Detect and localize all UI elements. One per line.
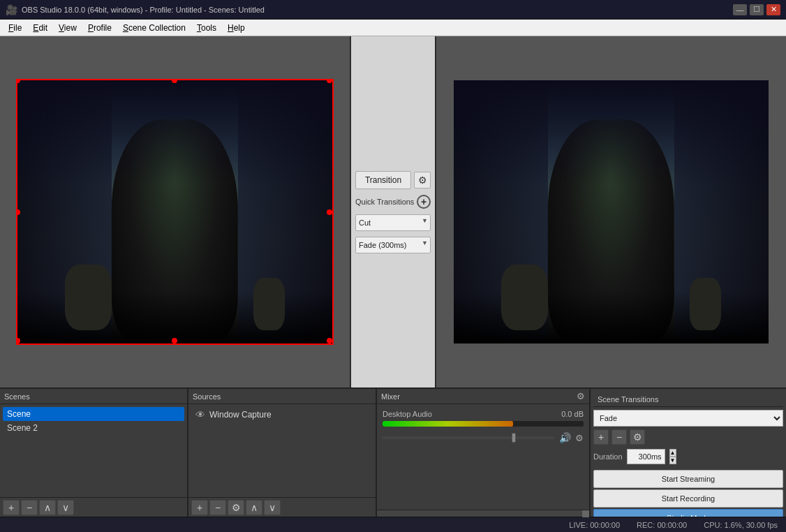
move-scene-down-button[interactable]: ∨ — [57, 500, 74, 515]
add-source-button[interactable]: + — [191, 500, 208, 515]
duration-row: Duration ▲ ▼ — [593, 449, 783, 464]
mute-icon[interactable]: 🔊 — [559, 432, 571, 443]
sources-label: Sources — [193, 392, 221, 401]
scene-transitions-controls: Fade Cut — [593, 410, 783, 427]
transition-button[interactable]: Transition — [355, 171, 411, 189]
maximize-button[interactable]: ☐ — [750, 4, 764, 15]
start-recording-button[interactable]: Start Recording — [593, 489, 783, 508]
source-label-1: Window Capture — [209, 410, 272, 420]
mixer-content: Desktop Audio 0.0 dB 🔊 ⚙ — [377, 404, 589, 510]
mixer-channel-header: Desktop Audio 0.0 dB — [383, 410, 584, 418]
menu-edit[interactable]: Edit — [27, 22, 53, 34]
bottom-panel: Scenes Scene Scene 2 + − ∧ ∨ Sources — [0, 387, 786, 517]
add-scene-button[interactable]: + — [3, 500, 20, 515]
minimize-button[interactable]: — — [733, 4, 747, 15]
scene-transitions-panel: Scene Transitions Fade Cut + − ⚙ — [591, 389, 786, 467]
remove-scene-button[interactable]: − — [21, 500, 38, 515]
handle-br[interactable] — [327, 338, 332, 343]
fade-select[interactable]: Fade (300ms) Cut — [355, 237, 431, 253]
cut-select-wrapper: Cut Fade — [355, 214, 431, 231]
mixer-panel-header: Mixer ⚙ — [377, 389, 589, 404]
menubar: File Edit View Profile Scene Collection … — [0, 20, 786, 36]
menu-scene-collection[interactable]: Scene Collection — [117, 22, 191, 34]
remove-scene-transition-button[interactable]: − — [611, 429, 627, 445]
cut-select[interactable]: Cut Fade — [355, 214, 431, 231]
audio-meter-fill — [383, 421, 513, 427]
mixer-label: Mixer — [381, 392, 400, 401]
scene-item-1[interactable]: Scene — [3, 407, 184, 421]
main-area: Transition ⚙ Quick Transitions + Cut Fad… — [0, 36, 786, 517]
scenes-panel-header: Scenes — [0, 389, 187, 404]
fader-thumb[interactable] — [512, 433, 516, 443]
titlebar: 🎥 OBS Studio 18.0.0 (64bit, windows) - P… — [0, 0, 786, 20]
menu-view[interactable]: View — [53, 22, 82, 34]
source-item-1[interactable]: 👁 Window Capture — [191, 407, 373, 422]
mixer-scroll-thumb[interactable] — [582, 510, 589, 517]
preview-area: Transition ⚙ Quick Transitions + Cut Fad… — [0, 36, 786, 387]
scenes-toolbar: + − ∧ ∨ — [0, 497, 187, 517]
mixer-settings-icon[interactable]: ⚙ — [577, 391, 585, 401]
channel-level: 0.0 dB — [561, 410, 584, 418]
menu-help[interactable]: Help — [222, 22, 251, 34]
rec-status: REC: 00:00:00 — [637, 521, 687, 529]
left-preview-canvas — [17, 80, 332, 343]
start-streaming-button[interactable]: Start Streaming — [593, 470, 783, 488]
duration-input[interactable] — [627, 449, 665, 464]
titlebar-controls: — ☐ ✕ — [733, 4, 780, 15]
statusbar: LIVE: 00:00:00 REC: 00:00:00 CPU: 1.6%, … — [0, 517, 786, 532]
app-icon: 🎥 — [6, 4, 17, 15]
menu-file[interactable]: File — [3, 22, 27, 34]
menu-tools[interactable]: Tools — [191, 22, 222, 34]
scenes-panel: Scenes Scene Scene 2 + − ∧ ∨ — [0, 389, 188, 517]
handle-bc[interactable] — [172, 338, 177, 343]
mixer-fader-row: 🔊 ⚙ — [383, 429, 584, 446]
scene-item-2[interactable]: Scene 2 — [3, 421, 184, 435]
remove-source-button[interactable]: − — [209, 500, 226, 515]
sources-toolbar: + − ⚙ ∧ ∨ — [188, 497, 376, 517]
right-preview-canvas — [454, 80, 769, 343]
channel-settings-icon[interactable]: ⚙ — [575, 433, 584, 443]
fade-select-wrapper: Fade (300ms) Cut — [355, 237, 431, 253]
move-scene-up-button[interactable]: ∧ — [39, 500, 56, 515]
volume-fader[interactable] — [383, 436, 555, 439]
sources-panel-header: Sources — [188, 389, 376, 404]
scene-transition-settings-button[interactable]: ⚙ — [630, 429, 645, 445]
scenes-label: Scenes — [4, 392, 30, 401]
scene-transitions-toolbar: + − ⚙ — [593, 429, 783, 445]
duration-decrement-button[interactable]: ▼ — [669, 457, 676, 464]
move-source-up-button[interactable]: ∧ — [246, 500, 262, 515]
right-preview-scene — [454, 80, 769, 343]
mixer-scrollbar[interactable] — [377, 510, 589, 517]
duration-spinners: ▲ ▼ — [669, 449, 676, 464]
channel-name: Desktop Audio — [383, 410, 432, 418]
titlebar-title: OBS Studio 18.0.0 (64bit, windows) - Pro… — [22, 6, 265, 14]
handle-mr[interactable] — [327, 209, 332, 215]
duration-label: Duration — [593, 452, 623, 461]
sources-panel: Sources 👁 Window Capture + − ⚙ ∧ ∨ — [188, 389, 377, 517]
right-panel: Scene Transitions Fade Cut + − ⚙ — [591, 389, 786, 517]
left-preview-scene — [17, 80, 332, 343]
live-status: LIVE: 00:00:00 — [569, 521, 620, 529]
source-settings-button[interactable]: ⚙ — [228, 500, 244, 515]
sources-list: 👁 Window Capture — [188, 404, 376, 497]
scene-transitions-header: Scene Transitions — [593, 392, 783, 407]
mixer-panel: Mixer ⚙ Desktop Audio 0.0 dB — [377, 389, 591, 517]
transition-settings-button[interactable]: ⚙ — [414, 172, 431, 189]
duration-increment-button[interactable]: ▲ — [669, 449, 676, 457]
titlebar-left: 🎥 OBS Studio 18.0.0 (64bit, windows) - P… — [6, 4, 265, 15]
center-controls: Transition ⚙ Quick Transitions + Cut Fad… — [351, 36, 435, 387]
right-preview — [435, 36, 786, 387]
move-source-down-button[interactable]: ∨ — [264, 500, 281, 515]
mixer-channel-1: Desktop Audio 0.0 dB 🔊 ⚙ — [380, 407, 586, 449]
close-button[interactable]: ✕ — [766, 4, 780, 15]
cpu-status: CPU: 1.6%, 30.00 fps — [704, 521, 778, 529]
source-visibility-icon[interactable]: 👁 — [195, 409, 205, 420]
panels-row: Scenes Scene Scene 2 + − ∧ ∨ Sources — [0, 389, 786, 517]
audio-meter — [383, 421, 584, 427]
quick-transitions-row: Quick Transitions + — [355, 195, 431, 209]
transition-row: Transition ⚙ — [355, 171, 431, 189]
add-quick-transition-button[interactable]: + — [417, 195, 431, 209]
scene-transition-select[interactable]: Fade Cut — [593, 410, 783, 427]
menu-profile[interactable]: Profile — [82, 22, 117, 34]
add-scene-transition-button[interactable]: + — [593, 429, 609, 445]
